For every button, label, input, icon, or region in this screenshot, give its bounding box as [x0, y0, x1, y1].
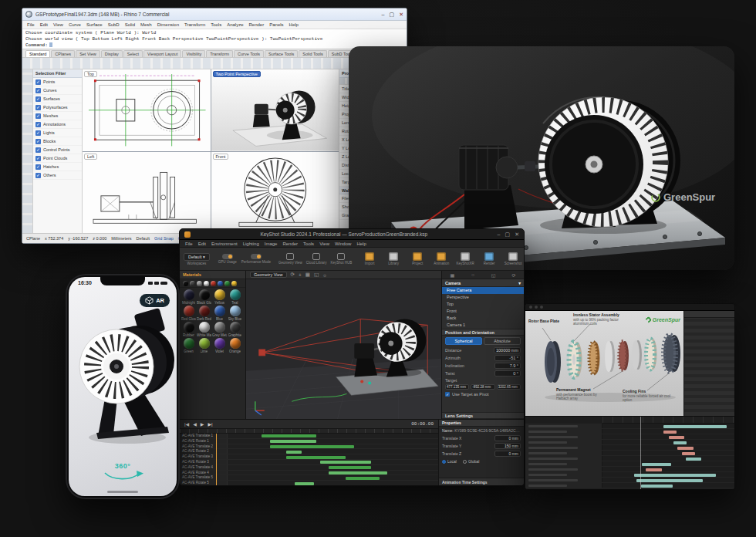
toolbar-tab[interactable]: Display [101, 50, 123, 57]
menu-item[interactable]: Transform [184, 22, 205, 27]
animation-track-row[interactable]: AC-AVE Rotate 2 [180, 449, 438, 454]
material-swatch[interactable]: Violet [212, 338, 227, 353]
layer-duration-bar[interactable] [641, 485, 673, 488]
minimize-icon[interactable]: – [498, 231, 501, 238]
menu-item[interactable]: Curve [69, 22, 81, 27]
ribbon-button[interactable]: Render [479, 252, 499, 265]
animation-track-row[interactable]: AC-AVE Rotate 4 [180, 471, 438, 476]
layer-duration-bar[interactable] [663, 425, 727, 428]
animation-bar[interactable] [270, 440, 316, 443]
checkbox-icon[interactable] [35, 113, 41, 119]
layer-duration-bar[interactable] [673, 441, 687, 444]
layer-name-cell[interactable] [525, 467, 602, 471]
image-tab-icon[interactable]: ⟳ [511, 272, 515, 278]
viewport-label[interactable]: Top [84, 71, 97, 77]
viewport-top[interactable]: Top [83, 69, 211, 151]
color-swatch[interactable] [231, 281, 237, 286]
menu-item[interactable]: Lighting [243, 241, 259, 246]
color-swatch[interactable] [224, 281, 230, 286]
menu-item[interactable]: File [185, 241, 193, 246]
playhead[interactable] [640, 417, 641, 489]
maximize-icon[interactable]: ▢ [390, 12, 395, 18]
camera-tab-icon[interactable]: ◱ [491, 272, 496, 278]
animation-bar[interactable] [286, 456, 345, 459]
animation-bar[interactable] [329, 466, 371, 469]
pivot-checkbox-row[interactable]: ✓ Use Target as Pivot [442, 390, 524, 398]
filter-row[interactable]: Annotations [33, 120, 82, 129]
filter-row[interactable]: Hatches [33, 163, 82, 171]
checkbox-icon[interactable] [35, 147, 41, 153]
material-swatch[interactable]: Orange [228, 338, 242, 353]
layer-name-cell[interactable] [525, 434, 602, 439]
section-header[interactable]: Animation Time Settings [439, 478, 524, 485]
toolbar-tab[interactable]: Viewport Layout [143, 50, 181, 57]
animation-track-row[interactable]: AC-AVE Rotate 5 [180, 481, 438, 485]
material-swatch[interactable]: Blue [212, 306, 227, 321]
layer-duration-bar[interactable] [642, 463, 671, 466]
animation-track-row[interactable]: AC-AVE Translate 4 [180, 465, 438, 471]
material-swatch[interactable]: Sky Blue [228, 306, 242, 321]
timeline-layer-row[interactable] [525, 467, 734, 472]
toggle-button[interactable]: Performance Mode [241, 254, 271, 264]
timeline-layer-row[interactable] [525, 456, 734, 461]
viewport-perspective[interactable]: Two Point Perspective [211, 69, 339, 151]
layer-name-cell[interactable] [525, 424, 602, 428]
toolbar-tab[interactable]: Solid Tools [299, 50, 327, 57]
viewport-label[interactable]: Left [84, 154, 97, 160]
materials-tab[interactable]: Materials [180, 271, 245, 279]
ar-badge[interactable]: AR [140, 294, 170, 307]
workspace-selector[interactable]: Default ▾ Workspaces [184, 253, 210, 265]
material-swatch[interactable]: Graphite [228, 322, 242, 337]
menu-item[interactable]: Edit [40, 22, 48, 27]
field-value-input[interactable]: -51 ° [494, 355, 521, 361]
menu-item[interactable]: View [53, 22, 63, 27]
tool-button[interactable]: Cloud Library [306, 253, 327, 265]
ae-titlebar[interactable] [525, 304, 734, 311]
close-icon[interactable]: ✕ [515, 231, 519, 238]
checkbox-icon[interactable] [35, 122, 41, 127]
animation-track-row[interactable]: AC-AVE Translate 3 [180, 454, 438, 460]
field-value-input[interactable]: 0 ° [494, 370, 521, 377]
checkbox-icon[interactable]: ✓ [445, 392, 450, 397]
layer-name-cell[interactable] [525, 429, 602, 434]
filter-row[interactable]: Curves [33, 86, 82, 95]
playhead[interactable] [216, 434, 217, 485]
status-toggle[interactable]: Grid Snap [154, 236, 174, 241]
menu-item[interactable]: File [27, 22, 35, 27]
ribbon-button[interactable]: Library [383, 252, 403, 265]
layer-name-cell[interactable] [525, 451, 602, 455]
checkbox-icon[interactable] [35, 156, 41, 161]
field-value-input[interactable]: 7.9 ° [494, 363, 521, 369]
animation-track-row[interactable]: AC-AVE Translate 5 [180, 475, 438, 481]
frame-icon[interactable]: ◱ [314, 272, 319, 278]
skip-start-icon[interactable]: |◀ [184, 421, 189, 427]
material-swatch[interactable]: Black Gloss [197, 289, 211, 305]
composition-viewer[interactable]: Rotor Base Plate Ironless Stator Assembl… [525, 311, 683, 416]
material-swatch[interactable]: Dark Red [197, 306, 211, 321]
color-swatch[interactable] [197, 281, 202, 286]
filter-row[interactable]: Others [33, 171, 82, 180]
layer-name-cell[interactable] [525, 440, 602, 444]
toolbar-tab[interactable]: Set View [76, 50, 100, 57]
timeline-ruler[interactable] [602, 417, 734, 424]
animation-track-row[interactable]: AC-AVE Rotate 1 [180, 439, 438, 444]
toolbar-tab[interactable]: Surface Tools [265, 50, 298, 57]
project-tabs[interactable]: ▦ ☼ ◱ ⟳ [442, 271, 524, 279]
timeline-layer-row[interactable] [525, 440, 734, 445]
toolbar-tab[interactable]: Select [123, 50, 143, 57]
animation-bar[interactable] [286, 451, 301, 454]
target-coordinate-input[interactable]: 477.135 mm [445, 384, 469, 390]
layer-name-cell[interactable] [525, 483, 602, 488]
filter-row[interactable]: Meshes [33, 112, 82, 120]
menu-item[interactable]: Surface [86, 22, 103, 27]
menu-item[interactable]: View [319, 241, 329, 246]
filter-row[interactable]: Points [33, 78, 82, 86]
animation-track-row[interactable]: AC-AVE Translate 2 [180, 444, 438, 450]
animation-track-row[interactable]: AC-AVE Rotate 3 [180, 460, 438, 465]
mode-button[interactable]: Spherical [445, 337, 482, 345]
geometry-view-tab[interactable]: Geometry View [250, 272, 287, 278]
timeline-layer-row[interactable] [525, 478, 734, 483]
checkbox-icon[interactable] [35, 105, 41, 110]
minimize-icon[interactable]: – [382, 12, 385, 18]
menu-item[interactable]: Solid [125, 22, 135, 27]
